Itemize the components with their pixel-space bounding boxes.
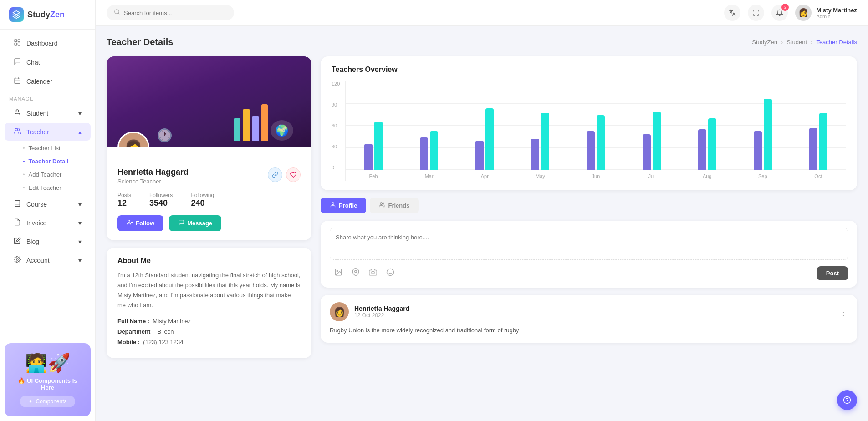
post-submit-button[interactable]: Post (817, 266, 848, 280)
tab-profile[interactable]: Profile (321, 198, 366, 213)
bar-cyan (597, 115, 605, 170)
chat-icon (14, 58, 21, 67)
account-icon (14, 256, 21, 264)
svg-rect-0 (15, 40, 17, 42)
about-mobile: Mobile : (123) 123 1234 (117, 339, 301, 345)
user-name: Misty Martinez (816, 7, 857, 14)
month-label: Sep (758, 173, 767, 179)
follow-label: Follow (136, 220, 154, 227)
y-label-0: 0 (332, 165, 345, 170)
stat-followers: Followers 3540 (149, 192, 173, 208)
avatar: 👩 (795, 5, 812, 21)
bar-purple (587, 131, 595, 170)
month-label: Oct (814, 173, 822, 179)
stat-followers-value: 3540 (149, 198, 173, 208)
sub-label-edit-teacher: Edit Teacher (29, 184, 61, 191)
sidebar-item-chat[interactable]: Chat (5, 53, 91, 71)
month-label: Apr (481, 173, 489, 179)
follow-button[interactable]: Follow (117, 215, 163, 231)
banner-clock: 🕐 (157, 128, 173, 143)
bar-purple (643, 134, 651, 170)
chart-card: Teachers Overview 0 30 60 90 120 (321, 56, 857, 190)
sub-label-add-teacher: Add Teacher (29, 171, 62, 178)
sidebar-item-calendar[interactable]: Calender (5, 72, 91, 91)
post-textarea[interactable] (330, 228, 848, 260)
user-info: 👩 Misty Martinez Admin (795, 5, 857, 21)
svg-point-18 (387, 269, 394, 276)
sidebar-label-account: Account (26, 257, 50, 264)
bar-cyan (485, 108, 494, 170)
feed-text: Rugby Union is the more widely recognize… (330, 326, 848, 335)
teacher-name-row: Henrietta Haggard Science Teacher (117, 167, 301, 185)
post-card: Post (321, 221, 857, 288)
svg-point-8 (115, 10, 119, 14)
page-title: Teacher Details (107, 37, 173, 47)
teacher-link-icon[interactable] (268, 167, 282, 182)
svg-rect-3 (18, 43, 20, 45)
sub-item-teacher-detail[interactable]: Teacher Detail (18, 155, 95, 168)
promo-button[interactable]: ✦ Components (20, 396, 75, 407)
breadcrumb: StudyZen › Student › Teacher Details (752, 39, 857, 46)
full-name-value: Misty Martinez (153, 318, 191, 325)
department-label: Department : (117, 328, 154, 335)
post-image-button[interactable] (330, 266, 347, 280)
chart-month-group: Sep (735, 99, 791, 170)
y-label-60: 60 (332, 123, 345, 128)
bar-cyan (764, 99, 772, 170)
teacher-action-icons (268, 167, 301, 182)
post-emoji-button[interactable] (382, 266, 399, 280)
post-location-button[interactable] (347, 266, 364, 280)
y-label-120: 120 (332, 81, 345, 86)
search-input[interactable] (124, 10, 227, 16)
fullscreen-button[interactable] (748, 5, 764, 21)
translate-button[interactable] (724, 5, 740, 21)
svg-point-6 (15, 128, 17, 131)
bar-purple (809, 128, 817, 170)
bar-purple (531, 139, 539, 170)
fab-button[interactable] (837, 390, 857, 410)
svg-point-5 (16, 110, 18, 112)
sub-item-add-teacher[interactable]: Add Teacher (18, 168, 95, 181)
sidebar-item-blog[interactable]: Blog ▾ (5, 233, 91, 250)
sidebar-item-course[interactable]: Course ▾ (5, 195, 91, 213)
tab-friends[interactable]: Friends (370, 198, 419, 213)
feed-menu-button[interactable]: ⋮ (839, 306, 848, 317)
sidebar-item-student[interactable]: Student ▾ (5, 104, 91, 122)
sub-item-edit-teacher[interactable]: Edit Teacher (18, 181, 95, 194)
chart-month-group: Aug (679, 118, 735, 170)
breadcrumb-studyzen: StudyZen (752, 39, 777, 46)
chart-month-group: Jun (568, 115, 623, 170)
svg-point-16 (355, 270, 357, 273)
month-label: Jun (592, 173, 600, 179)
bar-cyan (819, 113, 827, 170)
bar-cyan (653, 112, 661, 170)
sidebar-item-account[interactable]: Account ▾ (5, 251, 91, 269)
chart-y-labels: 0 30 60 90 120 (332, 81, 345, 181)
sidebar-item-teacher[interactable]: Teacher ▴ (5, 123, 91, 141)
promo-button-label: Components (36, 398, 66, 405)
chevron-down-icon: ▾ (78, 110, 82, 117)
sidebar-item-invoice[interactable]: Invoice ▾ (5, 214, 91, 232)
svg-point-13 (380, 203, 383, 205)
chart-area: 0 30 60 90 120 (332, 81, 846, 181)
post-camera-button[interactable] (364, 266, 382, 280)
teacher-banner: 🌍 🕐 👩 (107, 56, 311, 147)
sub-item-teacher-list[interactable]: Teacher List (18, 142, 95, 155)
month-label: Jul (648, 173, 655, 179)
about-full-name: Full Name : Misty Martinez (117, 318, 301, 325)
department-value: BTech (157, 328, 174, 335)
sidebar: StudyZen Dashboard Chat Calender Manage (0, 0, 96, 421)
svg-point-9 (128, 220, 130, 223)
teacher-icon (14, 127, 21, 136)
notification-button[interactable]: 2 (771, 5, 788, 21)
follow-icon (127, 219, 133, 227)
message-button[interactable]: Message (169, 215, 221, 231)
chart-month-group: Apr (457, 108, 512, 170)
course-icon (14, 200, 21, 208)
notification-badge: 2 (781, 4, 789, 11)
teacher-heart-icon[interactable] (286, 167, 301, 182)
sidebar-item-dashboard[interactable]: Dashboard (5, 34, 91, 52)
breadcrumb-current: Teacher Details (816, 39, 857, 46)
stat-posts-label: Posts (117, 192, 131, 198)
feed-avatar: 👩 (330, 302, 349, 321)
